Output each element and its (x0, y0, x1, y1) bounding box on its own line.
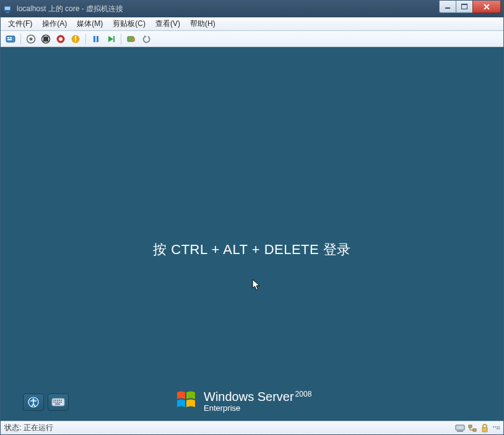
start-button[interactable] (25, 33, 37, 45)
vm-connection-window: localhost 上的 core - 虚拟机连接 文件(F) 操作(A) 媒体… (0, 0, 504, 435)
pause-button[interactable] (90, 33, 102, 45)
reset-button[interactable] (105, 33, 117, 45)
svg-rect-30 (61, 400, 62, 401)
svg-rect-35 (61, 402, 62, 403)
menu-view[interactable]: 查看(V) (150, 17, 185, 30)
svg-point-11 (30, 37, 33, 40)
toolbar-separator (121, 33, 121, 45)
shutdown-button[interactable] (54, 33, 67, 45)
svg-rect-37 (456, 425, 464, 430)
menu-action[interactable]: 操作(A) (37, 17, 72, 30)
ctrl-alt-del-button[interactable] (4, 33, 17, 45)
toolbar (1, 31, 503, 47)
svg-rect-41 (482, 428, 487, 432)
toolbar-separator (85, 33, 86, 45)
titlebar[interactable]: localhost 上的 core - 虚拟机连接 (1, 1, 503, 17)
menu-file[interactable]: 文件(F) (3, 17, 37, 30)
svg-rect-20 (97, 36, 98, 42)
svg-point-18 (75, 40, 76, 42)
save-button[interactable] (69, 33, 82, 45)
svg-rect-13 (43, 37, 48, 42)
svg-rect-1 (5, 7, 10, 10)
resize-grip-icon[interactable] (492, 426, 500, 429)
status-value: 正在运行 (24, 423, 53, 433)
svg-rect-40 (473, 429, 476, 431)
snapshot-button[interactable] (125, 33, 137, 45)
svg-rect-32 (55, 402, 56, 403)
network-icon (467, 423, 477, 433)
svg-rect-8 (10, 37, 12, 38)
menubar: 文件(F) 操作(A) 媒体(M) 剪贴板(C) 查看(V) 帮助(H) (1, 17, 503, 31)
statusbar: 状态: 正在运行 (1, 421, 503, 434)
svg-rect-39 (469, 425, 472, 428)
svg-rect-27 (55, 400, 56, 401)
close-button[interactable] (472, 1, 501, 13)
lock-icon (480, 423, 490, 433)
svg-rect-33 (57, 402, 58, 403)
windows-flag-icon (175, 389, 198, 413)
os-branding: Windows Server2008 Enterprise (175, 389, 311, 413)
svg-rect-5 (461, 4, 467, 5)
brand-edition: Enterprise (204, 404, 311, 412)
ease-of-access-button[interactable] (23, 393, 44, 411)
minimize-button[interactable] (439, 1, 456, 13)
menu-media[interactable]: 媒体(M) (72, 17, 108, 30)
brand-main-line: Windows Server2008 (204, 390, 311, 403)
svg-point-24 (32, 398, 34, 400)
menu-help[interactable]: 帮助(H) (185, 17, 220, 30)
keyboard-button[interactable] (48, 393, 69, 411)
revert-button[interactable] (140, 33, 152, 45)
disk-icon (455, 423, 465, 433)
vm-guest-screen[interactable]: 按 CTRL + ALT + DELETE 登录 (1, 47, 503, 421)
app-icon (3, 4, 13, 14)
svg-rect-31 (53, 402, 54, 403)
svg-point-15 (59, 37, 63, 41)
svg-rect-26 (53, 400, 54, 401)
svg-rect-38 (457, 431, 463, 432)
svg-rect-28 (57, 400, 58, 401)
svg-rect-21 (113, 36, 115, 42)
svg-rect-17 (75, 36, 76, 40)
svg-rect-36 (55, 403, 60, 405)
login-prompt: 按 CTRL + ALT + DELETE 登录 (1, 240, 503, 259)
svg-rect-34 (59, 402, 60, 403)
menu-clipboard[interactable]: 剪贴板(C) (108, 17, 150, 30)
window-title: localhost 上的 core - 虚拟机连接 (17, 4, 501, 14)
svg-rect-29 (59, 400, 60, 401)
svg-rect-7 (7, 37, 9, 38)
svg-rect-9 (7, 39, 12, 40)
maximize-button[interactable] (456, 1, 473, 13)
toolbar-separator (20, 33, 21, 45)
mouse-cursor-icon (252, 279, 261, 294)
svg-rect-2 (6, 12, 9, 13)
svg-rect-3 (445, 7, 450, 9)
status-label: 状态: (4, 423, 21, 433)
svg-rect-19 (93, 36, 95, 42)
turnoff-button[interactable] (40, 33, 52, 45)
